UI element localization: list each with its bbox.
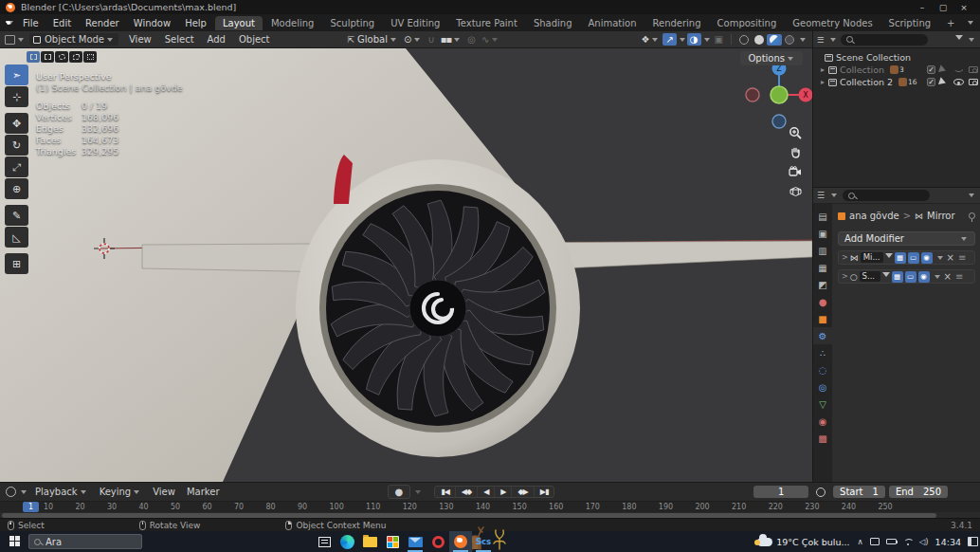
add-cube-tool[interactable]: ⊞ bbox=[5, 253, 28, 274]
vertex-group-filter-icon[interactable] bbox=[885, 253, 893, 262]
annotate-tool[interactable]: ✎ bbox=[5, 205, 28, 226]
options-dropdown[interactable]: Options bbox=[740, 51, 803, 65]
timeline-editor-icon[interactable] bbox=[6, 487, 16, 497]
toggle-orthographic-button[interactable] bbox=[787, 183, 804, 200]
shading-rendered-button[interactable] bbox=[782, 34, 797, 46]
red-ring-app[interactable] bbox=[426, 531, 449, 552]
display-realtime-toggle[interactable]: ▭ bbox=[908, 252, 919, 264]
prev-keyframe-button[interactable]: ◀◆ bbox=[456, 487, 478, 497]
select-tweak-button[interactable] bbox=[27, 51, 40, 63]
tab-scene[interactable]: ◩ bbox=[813, 276, 832, 293]
tab-scripting[interactable]: Scripting bbox=[881, 16, 938, 30]
menu-render[interactable]: Render bbox=[79, 16, 126, 30]
chevron-down-icon[interactable] bbox=[937, 256, 943, 263]
modifier-name-field[interactable]: S... bbox=[860, 271, 880, 282]
drag-handle-icon[interactable]: ≡ bbox=[955, 271, 963, 282]
scene-selector[interactable]: Scene bbox=[976, 18, 980, 28]
expand-icon[interactable]: > bbox=[842, 253, 848, 262]
camera-view-button[interactable] bbox=[787, 163, 804, 180]
properties-editor-icon[interactable]: ☰ bbox=[817, 191, 825, 200]
tab-animation[interactable]: Animation bbox=[581, 16, 644, 30]
delete-modifier-icon[interactable]: × bbox=[947, 252, 954, 263]
show-gizmo-toggle[interactable]: ↗ bbox=[662, 33, 676, 46]
modifier-row-mirror[interactable]: > ⋈ Mi... ▦ ▭ ◉ × ≡ bbox=[838, 250, 975, 265]
timeline-ruler[interactable]: 1020304050607080901001101201301401501601… bbox=[0, 501, 980, 512]
tab-material[interactable]: ◉ bbox=[813, 413, 832, 430]
playhead[interactable]: 1 bbox=[23, 502, 39, 512]
add-workspace-button[interactable]: + bbox=[939, 16, 962, 30]
outliner-row-collection-2[interactable]: ▸ Collection 2 16 ✓ bbox=[813, 76, 980, 88]
tab-tool[interactable]: ▤ bbox=[813, 208, 832, 225]
display-editmode-toggle[interactable]: ▦ bbox=[892, 271, 903, 283]
jump-to-start-button[interactable]: ▮◀ bbox=[435, 487, 456, 497]
object-types-visibility[interactable]: ❖ bbox=[638, 33, 662, 46]
tab-object[interactable]: ■ bbox=[813, 310, 832, 327]
mail-app[interactable] bbox=[404, 531, 426, 552]
breadcrumb-object[interactable]: ana gövde bbox=[849, 211, 899, 221]
transform-tool[interactable]: ⊕ bbox=[5, 178, 28, 199]
minimize-button[interactable]: – bbox=[912, 3, 933, 12]
drag-handle-icon[interactable]: ≡ bbox=[958, 252, 966, 263]
tab-object-data[interactable]: ▽ bbox=[813, 396, 832, 413]
tab-render[interactable]: ▣ bbox=[813, 225, 832, 242]
snap-toggle[interactable]: ∪ bbox=[425, 33, 437, 46]
menu-keying[interactable]: Keying bbox=[95, 485, 147, 499]
chevron-down-icon[interactable] bbox=[935, 275, 940, 282]
menu-playback[interactable]: Playback bbox=[30, 485, 93, 499]
chevron-down-icon[interactable] bbox=[968, 21, 973, 28]
shading-solid-button[interactable] bbox=[752, 34, 767, 46]
editor-type-icon[interactable] bbox=[5, 35, 15, 45]
select-box-button[interactable] bbox=[41, 51, 54, 63]
tab-rendering[interactable]: Rendering bbox=[644, 16, 708, 30]
select-lasso-button[interactable] bbox=[69, 51, 82, 63]
display-render-toggle[interactable]: ◉ bbox=[918, 271, 930, 283]
menu-window[interactable]: Window bbox=[127, 16, 177, 30]
current-frame-field[interactable]: 1 bbox=[753, 486, 808, 498]
volume-icon[interactable]: ◁) bbox=[919, 537, 929, 546]
chevron-down-icon[interactable] bbox=[969, 193, 974, 200]
rotate-tool[interactable]: ↻ bbox=[5, 135, 28, 156]
menu-view[interactable]: View bbox=[148, 485, 180, 499]
play-reverse-button[interactable]: ◀ bbox=[478, 487, 495, 497]
pan-view-button[interactable] bbox=[787, 143, 804, 160]
chevron-down-icon[interactable] bbox=[704, 38, 710, 45]
tray-expand-icon[interactable]: ∧ bbox=[858, 537, 863, 546]
display-realtime-toggle[interactable]: ▭ bbox=[905, 271, 916, 283]
tab-modifiers[interactable]: ⚙ bbox=[813, 327, 832, 344]
select-circle-button[interactable] bbox=[55, 51, 68, 63]
scale-tool[interactable]: ⤢ bbox=[5, 156, 28, 177]
tab-physics[interactable]: ◌ bbox=[813, 361, 832, 378]
falloff-selector[interactable]: ∿ bbox=[479, 33, 502, 46]
close-button[interactable]: × bbox=[953, 3, 974, 12]
outliner-search-input[interactable] bbox=[841, 34, 928, 46]
blender-app[interactable] bbox=[449, 531, 472, 552]
auto-keying-button[interactable]: ● bbox=[388, 485, 411, 499]
tab-sculpting[interactable]: Sculpting bbox=[322, 16, 382, 30]
display-editmode-toggle[interactable]: ▦ bbox=[895, 252, 906, 264]
menu-marker[interactable]: Marker bbox=[182, 485, 225, 499]
frame-start-field[interactable]: Start 1 bbox=[833, 486, 885, 498]
stopwatch-icon[interactable] bbox=[816, 488, 826, 497]
jump-to-end-button[interactable]: ▶▮ bbox=[535, 487, 554, 497]
selectable-icon[interactable] bbox=[938, 77, 951, 87]
exclude-checkbox[interactable]: ✓ bbox=[927, 78, 935, 86]
next-keyframe-button[interactable]: ◆▶ bbox=[512, 487, 534, 497]
play-button[interactable]: ▶ bbox=[495, 487, 512, 497]
timeline-scrollbar[interactable] bbox=[0, 512, 980, 519]
expand-icon[interactable]: > bbox=[842, 272, 848, 281]
breadcrumb-modifier[interactable]: Mirror bbox=[927, 211, 954, 221]
tab-uv-editing[interactable]: UV Editing bbox=[383, 16, 447, 30]
modifier-name-field[interactable]: Mi... bbox=[861, 252, 883, 263]
menu-add[interactable]: Add bbox=[201, 32, 232, 46]
disclosure-icon[interactable]: ▸ bbox=[821, 65, 825, 74]
delete-modifier-icon[interactable]: × bbox=[944, 271, 952, 282]
weather-text[interactable]: 19°C Çok bulu... bbox=[776, 537, 849, 547]
show-overlays-toggle[interactable]: ◑ bbox=[687, 33, 701, 46]
task-view-button[interactable] bbox=[313, 531, 336, 552]
shading-material-button[interactable] bbox=[767, 34, 782, 46]
select-box-tool[interactable]: ➣ bbox=[5, 64, 28, 85]
display-render-toggle[interactable]: ◉ bbox=[921, 252, 933, 264]
render-visibility-icon[interactable] bbox=[969, 79, 978, 85]
clock[interactable]: 14:34 bbox=[935, 537, 961, 547]
proportional-edit-toggle[interactable]: ◎ bbox=[464, 33, 479, 46]
